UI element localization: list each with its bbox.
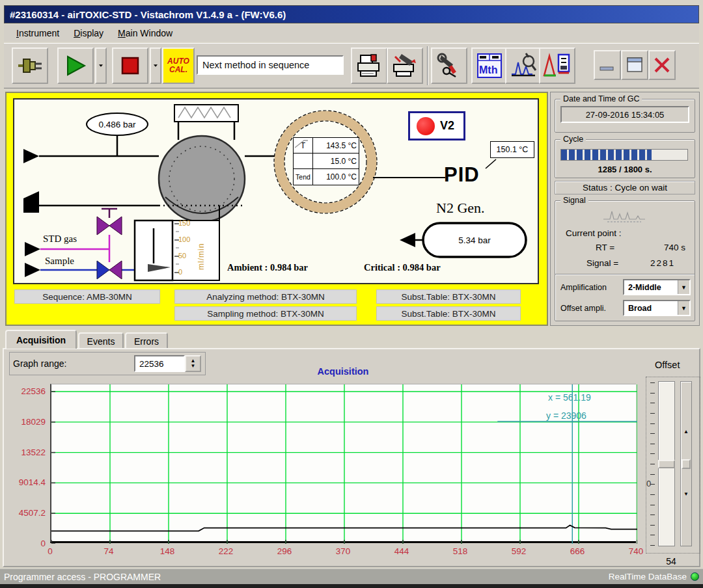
amplification-value: 2-Middle bbox=[624, 283, 678, 292]
n2-generator-label: N2 Gen. bbox=[436, 200, 485, 217]
start-options-button[interactable] bbox=[95, 47, 107, 84]
chart-canvas bbox=[51, 384, 637, 544]
autocal-button[interactable]: AUTO CAL. bbox=[162, 47, 195, 84]
signal-label: Signal = bbox=[586, 258, 618, 268]
oven-temp-start: 15.0 °C bbox=[313, 154, 359, 168]
gc-status-panel: Date and Time of GC 27-09-2016 15:34:05 … bbox=[550, 92, 700, 326]
offset-slider[interactable] bbox=[658, 381, 675, 546]
start-button[interactable] bbox=[57, 47, 94, 84]
valve-v2-button[interactable]: V2 bbox=[408, 111, 465, 140]
cycle-progress-fill bbox=[561, 150, 652, 160]
y-tick-label: 18029 bbox=[21, 416, 46, 426]
signal-value: 2281 bbox=[632, 258, 675, 268]
x-tick-label: 0 bbox=[48, 546, 53, 556]
inlet-pressure-gauge: 0.486 bar bbox=[86, 113, 148, 136]
chromatogram-magnifier-icon bbox=[509, 52, 538, 79]
gc-schematic: 0.486 bar T 143.5 °C 15.0 °C Tend 100.0 … bbox=[13, 98, 539, 284]
cursor-x-readout: x = 561.19 bbox=[548, 392, 591, 403]
scroll-down-icon[interactable]: ▼ bbox=[683, 491, 689, 497]
toolbar: AUTO CAL. Next method in sequence bbox=[4, 43, 699, 88]
oven-temperature-table: T 143.5 °C 15.0 °C Tend 100.0 °C bbox=[293, 137, 359, 185]
oven-temp-end: 100.0 °C bbox=[313, 169, 359, 185]
print-report-button[interactable] bbox=[351, 47, 387, 84]
flow-scale-100: 100 bbox=[178, 235, 198, 243]
offset-bottom-value: 54 bbox=[655, 556, 687, 567]
minimize-icon bbox=[599, 58, 616, 72]
menu-display[interactable]: Display bbox=[68, 26, 109, 40]
acquisition-plot[interactable]: x = 561.19 y = 23906 bbox=[50, 384, 636, 543]
tab-events[interactable]: Events bbox=[78, 332, 124, 349]
gc-status-text: Status : Cycle on wait bbox=[555, 181, 695, 194]
synoptic-panel: 0.486 bar T 143.5 °C 15.0 °C Tend 100.0 … bbox=[5, 92, 548, 326]
x-tick-label: 592 bbox=[512, 546, 527, 556]
connect-button[interactable] bbox=[12, 47, 48, 84]
sample-label: Sample bbox=[45, 256, 74, 267]
close-icon bbox=[652, 56, 672, 74]
calibration-report-icon bbox=[543, 52, 572, 79]
svg-text:Mth: Mth bbox=[479, 64, 497, 75]
minimize-button[interactable] bbox=[594, 50, 621, 80]
x-tick-label: 740 bbox=[629, 546, 644, 556]
valve-label: V2 bbox=[440, 119, 454, 133]
x-tick-label: 74 bbox=[103, 546, 113, 556]
print-setup-button[interactable] bbox=[387, 47, 423, 84]
cycle-group: Cycle 1285 / 1800 s. bbox=[555, 139, 695, 178]
amplification-select[interactable]: 2-Middle ▼ bbox=[623, 279, 691, 295]
offset-scrollbar[interactable]: ▲ ▼ bbox=[680, 381, 692, 546]
tab-errors[interactable]: Errors bbox=[125, 332, 168, 349]
tab-acquisition[interactable]: Acquisition bbox=[5, 330, 77, 349]
cursor-y-readout: y = 23906 bbox=[546, 410, 586, 421]
printer-icon bbox=[355, 53, 383, 79]
scroll-up-icon[interactable]: ▲ bbox=[683, 429, 689, 434]
menu-instrument[interactable]: Instrument bbox=[10, 26, 65, 40]
critical-pressure-label: Critical : 0.984 bar bbox=[364, 262, 441, 273]
start-icon bbox=[64, 54, 87, 77]
window-title: #23160314 - airTOXIC-STD - Vistachrom V1… bbox=[10, 9, 286, 20]
chromatogram-button[interactable] bbox=[505, 47, 542, 84]
cycle-group-title: Cycle bbox=[560, 135, 586, 144]
chevron-down-icon[interactable]: ▼ bbox=[678, 280, 689, 294]
printer-pen-icon bbox=[391, 53, 419, 79]
oven-tend-label: Tend bbox=[294, 169, 313, 185]
offset-scrollbar-thumb[interactable] bbox=[682, 459, 691, 469]
y-tick-label: 22536 bbox=[21, 386, 46, 396]
std-gas-label: STD gas bbox=[43, 234, 77, 245]
flow-unit-label: ml/min bbox=[197, 243, 206, 270]
method-table-button[interactable]: Mth bbox=[471, 47, 508, 84]
acquisition-thumbnail-icon[interactable] bbox=[602, 206, 648, 224]
x-tick-label: 222 bbox=[219, 546, 234, 556]
chevron-down-icon[interactable]: ▼ bbox=[678, 301, 689, 315]
offset-mid-value: 0 bbox=[646, 479, 651, 488]
stop-button[interactable] bbox=[112, 47, 148, 84]
ramp-icon bbox=[294, 154, 313, 168]
title-bar[interactable]: #23160314 - airTOXIC-STD - Vistachrom V1… bbox=[4, 5, 699, 23]
rt-label: RT = bbox=[596, 243, 614, 252]
database-status-led bbox=[691, 572, 699, 581]
current-point-label: Current point : bbox=[566, 228, 622, 238]
calibration-report-button[interactable] bbox=[539, 47, 575, 84]
rt-value: 740 s bbox=[640, 243, 685, 252]
menu-main-window[interactable]: Main Window bbox=[112, 26, 178, 40]
y-axis-labels: 04507.29014.4135221802922536 bbox=[4, 384, 47, 543]
stop-options-button[interactable] bbox=[150, 47, 161, 84]
detector-label: PID bbox=[444, 163, 480, 187]
method-table-icon: Mth bbox=[476, 52, 503, 79]
subst-table-strip-1: Subst.Table: BTX-30MN bbox=[376, 289, 521, 304]
maintenance-button[interactable] bbox=[431, 47, 467, 84]
flow-scale-50: 50 bbox=[178, 252, 198, 260]
maximize-button[interactable] bbox=[621, 50, 648, 80]
offset-ampli-select[interactable]: Broad ▼ bbox=[623, 300, 691, 316]
next-method-box[interactable]: Next method in sequence bbox=[197, 55, 344, 75]
cycle-time-text: 1285 / 1800 s. bbox=[555, 165, 695, 174]
offset-label: Offset bbox=[655, 360, 680, 370]
chart-title: Acquisition bbox=[50, 366, 636, 377]
sampling-method-strip: Sampling method: BTX-30MN bbox=[174, 306, 357, 321]
sequence-name-strip: Sequence: AMB-30MN bbox=[14, 289, 160, 304]
offset-slider-handle[interactable] bbox=[658, 460, 675, 468]
ambient-pressure-label: Ambient : 0.984 bar bbox=[227, 262, 308, 273]
stop-icon bbox=[119, 55, 141, 77]
close-button[interactable] bbox=[648, 50, 676, 80]
flow-scale-0: 0 bbox=[178, 268, 198, 276]
signal-group-title: Signal bbox=[560, 196, 588, 205]
acquisition-tab-panel: Graph range: ▲ ▼ Acquisition Offset 0450… bbox=[3, 348, 700, 567]
